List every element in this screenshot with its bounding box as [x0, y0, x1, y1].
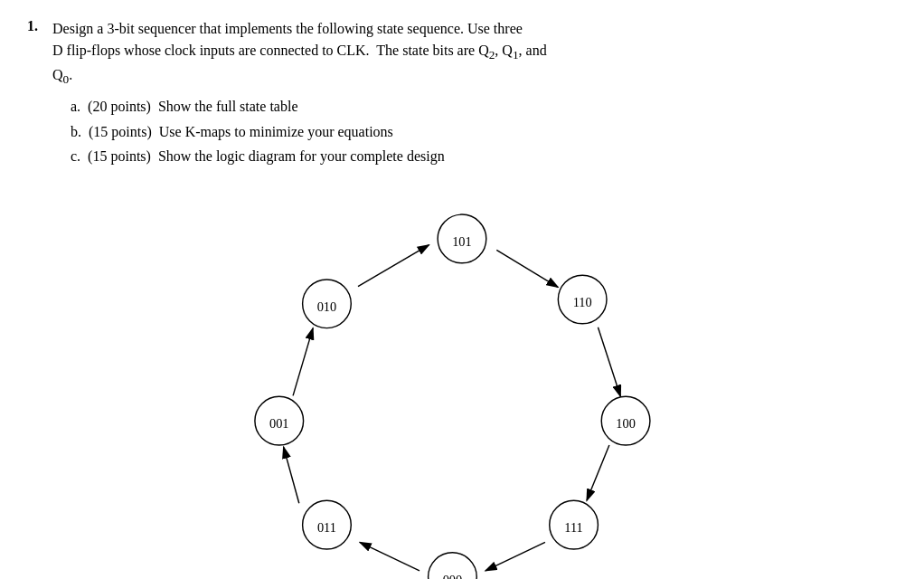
- question-line1: Design a 3-bit sequencer that implements…: [52, 21, 523, 36]
- arrow-100-111: [587, 445, 609, 500]
- question-block: 1. Design a 3-bit sequencer that impleme…: [27, 18, 895, 579]
- label-010: 010: [317, 299, 337, 314]
- label-100: 100: [616, 416, 636, 431]
- arrow-101-110: [496, 250, 558, 287]
- state-diagram: 101 110 100 111 000 011 001 010: [190, 195, 732, 579]
- question-text: Design a 3-bit sequencer that implements…: [52, 18, 547, 89]
- label-011: 011: [317, 520, 336, 535]
- sub-part-a: a. (20 points) Show the full state table: [71, 94, 895, 119]
- sub-part-b: b. (15 points) Use K-maps to minimize yo…: [71, 119, 895, 144]
- arrow-011-001: [284, 447, 299, 503]
- label-110: 110: [573, 295, 592, 309]
- arrow-110-100: [598, 327, 620, 397]
- sub-parts: a. (20 points) Show the full state table…: [71, 94, 895, 168]
- sub-part-c: c. (15 points) Show the logic diagram fo…: [71, 144, 895, 168]
- arrow-111-000: [486, 542, 545, 571]
- question-header: 1. Design a 3-bit sequencer that impleme…: [27, 18, 895, 89]
- question-number: 1.: [27, 18, 45, 89]
- label-001: 001: [269, 416, 289, 431]
- label-000: 000: [443, 573, 463, 579]
- label-101: 101: [452, 234, 472, 249]
- arrow-010-101: [358, 245, 429, 287]
- question-line3: Q0.: [52, 67, 72, 82]
- arrow-000-011: [360, 542, 420, 571]
- label-111: 111: [564, 520, 582, 535]
- diagram-container: 101 110 100 111 000 011 001 010: [27, 195, 895, 579]
- arrow-001-010: [293, 328, 313, 396]
- question-line2: D flip-flops whose clock inputs are conn…: [52, 43, 547, 58]
